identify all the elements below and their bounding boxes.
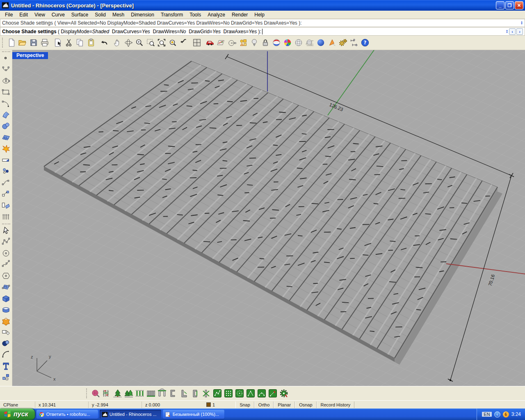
save-icon[interactable] (28, 37, 39, 48)
render-mesh-pink-icon[interactable] (90, 388, 101, 399)
arc-points-tile-icon[interactable] (256, 388, 267, 399)
fillet-tool-icon[interactable] (0, 349, 11, 361)
history-scroll-arrows[interactable]: ▲▼ (520, 21, 523, 25)
wall-cross-icon[interactable] (201, 388, 212, 399)
zoom-dynamic-icon[interactable] (134, 37, 145, 48)
start-button[interactable]: пуск (0, 409, 35, 420)
minimize-button[interactable]: _ (496, 1, 504, 9)
menu-surface[interactable]: Surface (68, 11, 91, 18)
slab-tool-icon[interactable] (0, 304, 11, 315)
mesh-surface-tool-icon[interactable] (0, 132, 11, 144)
menu-transform[interactable]: Transform (158, 11, 186, 18)
sidebar-drag-handle[interactable] (2, 51, 10, 52)
draw-polyline-tile-icon[interactable] (212, 388, 223, 399)
status-pane-record-history[interactable]: Record History (317, 402, 355, 408)
boolean-union-tool-icon[interactable] (0, 315, 11, 327)
surface-tool-icon[interactable] (0, 110, 11, 121)
dimension-history-icon[interactable] (348, 37, 359, 48)
menu-analyze[interactable]: Analyze (204, 11, 228, 18)
viewport-title[interactable]: Perspective (12, 52, 48, 59)
prompt-prev-button[interactable]: ‹ (509, 28, 516, 35)
taskbar-task-rhino[interactable]: Untitled - Rhinoceros ... (100, 410, 161, 419)
tray-collapse-icon[interactable]: ‹ (494, 411, 500, 418)
menu-file[interactable]: File (2, 11, 16, 18)
menu-mesh[interactable]: Mesh (109, 11, 128, 18)
undo-icon[interactable] (98, 37, 110, 48)
menu-render[interactable]: Render (228, 11, 251, 18)
menu-help[interactable]: Help (251, 11, 268, 18)
plugin-gear-icon[interactable] (278, 388, 289, 399)
status-pane-ortho[interactable]: Ortho (254, 402, 274, 408)
circle-points-tile-icon[interactable] (234, 388, 245, 399)
lock-icon[interactable] (260, 37, 271, 48)
cut-icon[interactable] (63, 37, 74, 48)
pillars-icon[interactable] (145, 388, 156, 399)
render-sphere-icon[interactable] (293, 37, 304, 48)
wall-section-icon[interactable] (167, 388, 178, 399)
arch-icon[interactable] (156, 388, 167, 399)
arc-tool-icon[interactable] (0, 98, 11, 110)
render-window-icon[interactable] (304, 37, 315, 48)
tray-notification-icon[interactable]: 6 (503, 411, 509, 418)
toolbar-drag-handle[interactable] (2, 38, 4, 48)
command-history-line[interactable]: Choose Shade settings ( View=All Selecte… (0, 19, 525, 27)
rectangle-tool-icon[interactable] (0, 87, 11, 98)
edit-doc-icon[interactable] (52, 37, 63, 48)
blend-curve-tool-icon[interactable] (0, 177, 11, 189)
angle-tile-icon[interactable] (245, 388, 256, 399)
circle-radius-icon[interactable] (226, 37, 237, 48)
copy-object-tool-icon[interactable] (0, 188, 11, 200)
new-file-icon[interactable] (6, 37, 17, 48)
ellipse-tool-icon[interactable] (0, 75, 11, 87)
rotate-view-icon[interactable] (123, 37, 134, 48)
help-icon[interactable]: ? (359, 37, 370, 48)
grid-points-tile-icon[interactable] (223, 388, 234, 399)
flow-along-surface-tool-icon[interactable] (0, 200, 11, 211)
interp-curve-tool-icon[interactable] (0, 259, 11, 270)
fence-posts-icon[interactable] (101, 388, 112, 399)
menu-edit[interactable]: Edit (16, 11, 31, 18)
radius-tile-icon[interactable] (267, 388, 278, 399)
taskbar-task-paint[interactable]: Безымянный (100%)... (163, 410, 224, 419)
box-tool-icon[interactable] (0, 293, 11, 304)
restore-button[interactable]: ❐ (505, 1, 514, 9)
control-curve-tool-icon[interactable] (0, 64, 11, 76)
perspective-viewport[interactable]: Perspective 126.2370.16zyx (12, 50, 525, 386)
taskbar-task-chrome[interactable]: Ответить • roboforu... (37, 410, 98, 419)
close-button[interactable]: ✕ (515, 1, 523, 9)
paste-icon[interactable] (85, 37, 96, 48)
menu-curve[interactable]: Curve (48, 11, 68, 18)
trees-icon[interactable] (123, 388, 134, 399)
columns-icon[interactable] (134, 388, 145, 399)
boolean-difference-tool-icon[interactable] (0, 338, 11, 349)
text-tool-icon[interactable] (0, 361, 11, 372)
polygon-tool-icon[interactable] (0, 270, 11, 282)
options-gears-icon[interactable] (337, 37, 348, 48)
wall-frame-icon[interactable] (189, 388, 201, 399)
prompt-spinner[interactable]: ▲▼ (506, 30, 508, 34)
cplane-map-icon[interactable] (215, 37, 226, 48)
plugin-toolbar-drag-handle[interactable] (86, 388, 88, 398)
status-pane-planar[interactable]: Planar (274, 402, 295, 408)
explode-tool-icon[interactable] (0, 143, 11, 155)
cone-alert-icon[interactable] (326, 37, 337, 48)
print-icon[interactable] (39, 37, 50, 48)
select-tool-icon[interactable] (0, 225, 11, 237)
open-file-icon[interactable] (17, 37, 28, 48)
zoom-window-icon[interactable] (145, 37, 156, 48)
menu-view[interactable]: View (31, 11, 48, 18)
zoom-selected-icon[interactable] (167, 37, 178, 48)
render-wheel-icon[interactable] (282, 37, 293, 48)
shade-view-icon[interactable] (271, 37, 282, 48)
polyline-tool-icon[interactable] (0, 236, 11, 248)
menu-tools[interactable]: Tools (186, 11, 204, 18)
viewport-layout-icon[interactable] (191, 37, 202, 48)
pan-view-icon[interactable] (112, 37, 123, 48)
car-icon[interactable] (204, 37, 215, 48)
render-full-icon[interactable] (315, 37, 326, 48)
block-tool-icon[interactable] (0, 372, 11, 383)
extrude-tool-icon[interactable] (0, 211, 11, 222)
hatch-tool-icon[interactable] (0, 155, 11, 166)
circle-tool-icon[interactable] (0, 248, 11, 259)
spheres-tool-icon[interactable] (0, 121, 11, 132)
